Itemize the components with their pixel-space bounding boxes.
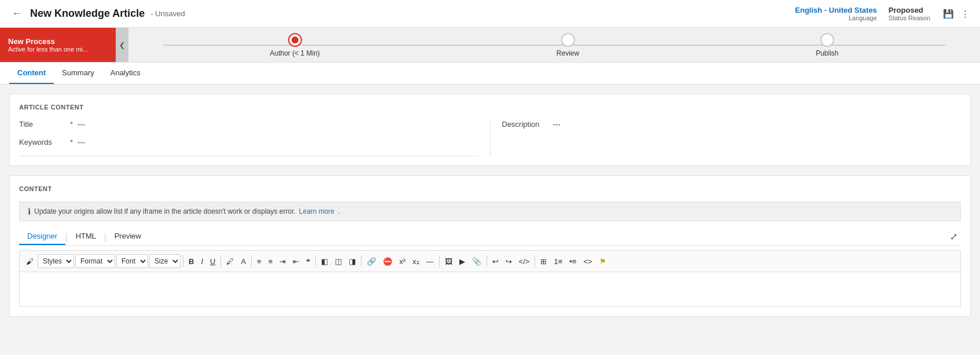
learn-more-link[interactable]: Learn more bbox=[299, 207, 334, 215]
toolbar-flag-button[interactable]: ⚑ bbox=[596, 255, 609, 268]
editor-tab-designer[interactable]: Designer bbox=[19, 228, 65, 245]
font-select[interactable]: Font bbox=[116, 254, 148, 268]
toolbar-html-source-button[interactable]: <> bbox=[580, 255, 595, 268]
step-label-author: Author (< 1 Min) bbox=[270, 49, 319, 57]
toolbar-subscript-button[interactable]: x₂ bbox=[410, 255, 422, 268]
main-content: ARTICLE CONTENT Title * --- Keywords * -… bbox=[0, 85, 980, 326]
fields-row: Title * --- Keywords * --- Description -… bbox=[19, 120, 961, 156]
status-value: Proposed bbox=[889, 6, 930, 14]
styles-select[interactable]: Styles bbox=[38, 254, 74, 268]
editor-tab-html[interactable]: HTML bbox=[68, 228, 104, 245]
tab-content[interactable]: Content bbox=[9, 63, 54, 84]
toolbar-indent-button[interactable]: ⇥ bbox=[277, 255, 289, 268]
tab-summary[interactable]: Summary bbox=[54, 63, 102, 84]
size-select[interactable]: Size bbox=[149, 254, 180, 268]
toolbar-align-right-button[interactable]: ≡ bbox=[266, 255, 276, 268]
toolbar-unlink-button[interactable]: ⛔ bbox=[380, 255, 395, 268]
format-select[interactable]: Format bbox=[75, 254, 115, 268]
toolbar-unordered-list-button[interactable]: •≡ bbox=[566, 255, 579, 268]
page-title: New Knowledge Article bbox=[30, 8, 145, 20]
description-label: Description bbox=[502, 120, 548, 129]
process-label-sub: Active for less than one mi... bbox=[8, 46, 108, 53]
editor-area[interactable] bbox=[19, 272, 961, 307]
toolbar-embed-button[interactable]: 📎 bbox=[469, 255, 484, 268]
toolbar-superscript-button[interactable]: x² bbox=[396, 255, 408, 268]
fields-left: Title * --- Keywords * --- bbox=[19, 120, 490, 156]
toolbar-sep-2 bbox=[220, 255, 221, 267]
process-steps: Author (< 1 Min) Review Publish bbox=[128, 33, 980, 57]
toolbar-redo-button[interactable]: ↪ bbox=[503, 255, 515, 268]
step-circle-author bbox=[288, 33, 302, 47]
toolbar-underline-button[interactable]: U bbox=[207, 255, 218, 268]
step-label-review: Review bbox=[557, 49, 579, 57]
step-label-publish: Publish bbox=[816, 49, 838, 57]
info-period: . bbox=[338, 207, 340, 215]
toolbar-source-button[interactable]: </> bbox=[516, 255, 533, 268]
language-value[interactable]: English - United States bbox=[795, 6, 877, 14]
toolbar-sep-4 bbox=[315, 255, 316, 267]
status-label: Status Reason bbox=[889, 14, 930, 21]
toolbar-clear-formatting-button[interactable]: 🖌 bbox=[23, 255, 36, 268]
keywords-field-row: Keywords * --- bbox=[19, 138, 478, 147]
article-content-card: ARTICLE CONTENT Title * --- Keywords * -… bbox=[9, 94, 971, 166]
toolbar-highlight-button[interactable]: 🖊 bbox=[223, 255, 237, 268]
keywords-required: * bbox=[70, 138, 73, 147]
title-value[interactable]: --- bbox=[78, 120, 85, 129]
step-circle-review bbox=[561, 33, 575, 47]
title-required: * bbox=[70, 120, 73, 129]
content-section-title: CONTENT bbox=[19, 185, 961, 192]
save-button[interactable]: 💾 bbox=[942, 8, 955, 20]
info-icon: ℹ bbox=[28, 207, 31, 216]
description-value[interactable]: --- bbox=[553, 120, 561, 129]
title-label: Title bbox=[19, 120, 65, 129]
editor-expand-button[interactable]: ⤢ bbox=[946, 230, 961, 243]
title-field-row: Title * --- bbox=[19, 120, 478, 129]
toolbar-link-button[interactable]: 🔗 bbox=[364, 255, 379, 268]
more-options-button[interactable]: ⋮ bbox=[960, 8, 971, 20]
process-bar: New Process Active for less than one mi.… bbox=[0, 28, 980, 63]
unsaved-label: - Unsaved bbox=[150, 9, 185, 18]
editor-tab-preview[interactable]: Preview bbox=[106, 228, 149, 245]
editor-toolbar: 🖌 Styles Format Font Size B I U bbox=[19, 250, 961, 272]
toolbar-justify-left-button[interactable]: ◧ bbox=[318, 255, 331, 268]
toolbar-table-button[interactable]: ⊞ bbox=[537, 255, 550, 268]
info-bar: ℹ Update your origins allow list if any … bbox=[19, 202, 961, 221]
toolbar-justify-right-button[interactable]: ◨ bbox=[346, 255, 359, 268]
toolbar-video-button[interactable]: ▶ bbox=[456, 255, 468, 268]
process-step-publish[interactable]: Publish bbox=[816, 33, 838, 57]
toolbar-sep-3 bbox=[251, 255, 252, 267]
toolbar-blockquote-button[interactable]: ❝ bbox=[303, 255, 313, 268]
toolbar-align-left-button[interactable]: ≡ bbox=[254, 255, 264, 268]
status-section: Proposed Status Reason bbox=[889, 6, 930, 21]
toolbar-italic-button[interactable]: I bbox=[198, 255, 206, 268]
header-right: English - United States Language Propose… bbox=[795, 6, 971, 21]
toolbar-bold-button[interactable]: B bbox=[186, 255, 197, 268]
toolbar-justify-center-button[interactable]: ◫ bbox=[332, 255, 345, 268]
toolbar-horizontal-rule-button[interactable]: — bbox=[423, 255, 437, 268]
header-icons: 💾 ⋮ bbox=[942, 8, 971, 20]
content-editor-card: CONTENT ℹ Update your origins allow list… bbox=[9, 175, 971, 317]
process-collapse-button[interactable]: ❮ bbox=[116, 28, 128, 62]
toolbar-sep-1 bbox=[183, 255, 183, 267]
toolbar-font-color-button[interactable]: A bbox=[238, 255, 249, 268]
back-button[interactable]: ← bbox=[9, 8, 24, 20]
toolbar-image-button[interactable]: 🖼 bbox=[442, 255, 455, 268]
info-message: Update your origins allow list if any if… bbox=[34, 207, 296, 215]
keywords-label: Keywords bbox=[19, 138, 65, 147]
process-step-author[interactable]: Author (< 1 Min) bbox=[270, 33, 319, 57]
header-left: ← New Knowledge Article - Unsaved bbox=[9, 8, 185, 20]
process-step-review[interactable]: Review bbox=[557, 33, 579, 57]
toolbar-ordered-list-button[interactable]: 1≡ bbox=[551, 255, 565, 268]
tabs-bar: Content Summary Analytics bbox=[0, 63, 980, 85]
language-section: English - United States Language bbox=[795, 6, 877, 21]
fields-right: Description --- bbox=[490, 120, 961, 156]
toolbar-undo-button[interactable]: ↩ bbox=[489, 255, 502, 268]
toolbar-sep-7 bbox=[487, 255, 487, 267]
header: ← New Knowledge Article - Unsaved Englis… bbox=[0, 0, 980, 28]
field-divider bbox=[19, 156, 478, 156]
editor-tabs: Designer | HTML | Preview ⤢ bbox=[19, 228, 961, 246]
tab-analytics[interactable]: Analytics bbox=[102, 63, 149, 84]
keywords-value[interactable]: --- bbox=[78, 138, 85, 147]
toolbar-outdent-button[interactable]: ⇤ bbox=[290, 255, 302, 268]
language-label: Language bbox=[795, 14, 877, 21]
